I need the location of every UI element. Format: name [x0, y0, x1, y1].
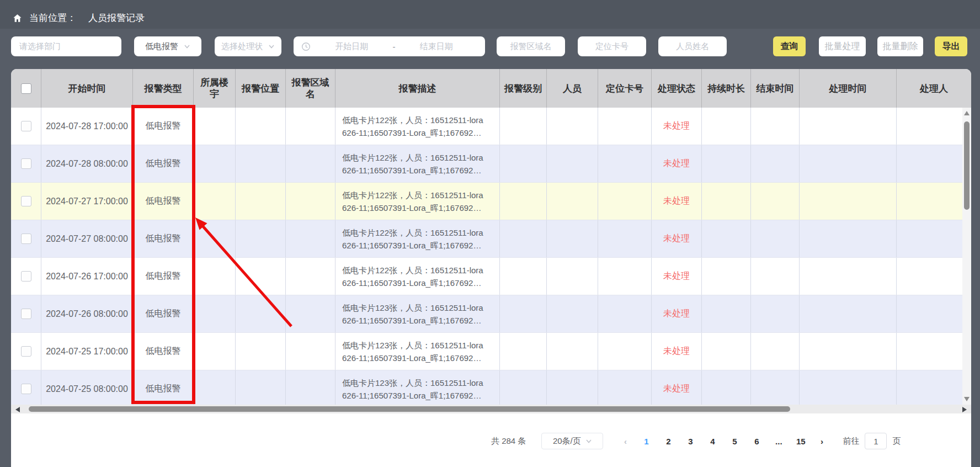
batch-process-button[interactable]: 批量处理: [819, 36, 866, 56]
header-description: 报警描述: [335, 69, 500, 108]
scroll-right-arrow-icon[interactable]: [962, 407, 967, 412]
table-row[interactable]: 2024-07-26 08:00:00 低电报警 低电卡片123张，人员：165…: [11, 295, 962, 333]
horizontal-scrollbar[interactable]: [11, 405, 971, 413]
scroll-left-arrow-icon[interactable]: [15, 407, 20, 412]
cell-process-time: [800, 258, 897, 295]
row-checkbox[interactable]: [21, 346, 31, 357]
alarm-area-input[interactable]: 报警区域名: [497, 36, 565, 56]
home-icon[interactable]: [12, 13, 23, 23]
scroll-down-arrow-icon[interactable]: [964, 397, 970, 401]
cell-description: 低电卡片123张，人员：16512511-lora 626-11;1650739…: [335, 370, 500, 407]
desc-line-2: 626-11;16507391-Lora_晖1;167692…: [342, 201, 481, 214]
cell-level: [500, 333, 547, 370]
table-panel: 开始时间 报警类型 所属楼宇 报警位置 报警区域名 报警描述 报警级别 人员 定…: [11, 69, 971, 467]
cell-process-time: [800, 295, 897, 332]
page-number-6[interactable]: 6: [745, 437, 768, 446]
header-processor: 处理人: [897, 69, 971, 108]
page-number-2[interactable]: 2: [657, 437, 679, 446]
cell-building: [194, 370, 236, 407]
scroll-up-arrow-icon[interactable]: [964, 111, 970, 115]
table-row[interactable]: 2024-07-26 17:00:00 低电报警 低电卡片122张，人员：165…: [11, 258, 962, 295]
cell-area-name: [286, 145, 335, 182]
desc-line-2: 626-11;16507391-Lora_晖1;167692…: [342, 239, 481, 252]
horizontal-scrollbar-thumb[interactable]: [29, 406, 790, 412]
table-row[interactable]: 2024-07-25 08:00:00 低电报警 低电卡片123张，人员：165…: [11, 370, 962, 408]
prev-page-button[interactable]: ‹: [615, 437, 635, 446]
header-area-name: 报警区域名: [286, 69, 335, 108]
cell-person: [547, 258, 598, 295]
cell-card: [598, 108, 652, 145]
goto-prefix: 前往: [843, 436, 859, 447]
table-row[interactable]: 2024-07-25 17:00:00 低电报警 低电卡片123张，人员：165…: [11, 333, 962, 370]
cell-start-time: 2024-07-27 08:00:00: [41, 220, 133, 257]
page-ellipsis[interactable]: ...: [768, 437, 790, 446]
cell-duration: [702, 333, 751, 370]
page-number-3[interactable]: 3: [679, 437, 701, 446]
page-size-value: 20条/页: [553, 436, 581, 447]
cell-area-name: [286, 183, 335, 220]
page-number-15[interactable]: 15: [790, 437, 812, 446]
desc-line-1: 低电卡片122张，人员：16512511-lora: [342, 189, 483, 201]
cell-level: [500, 183, 547, 220]
batch-delete-button[interactable]: 批量删除: [877, 36, 923, 56]
process-status-select[interactable]: 选择处理状: [215, 36, 281, 56]
vertical-scrollbar[interactable]: [962, 108, 971, 405]
header-location: 报警位置: [236, 69, 286, 108]
desc-line-1: 低电卡片123张，人员：16512511-lora: [342, 339, 483, 352]
select-all-checkbox[interactable]: [21, 83, 31, 94]
cell-processor: [897, 258, 962, 295]
row-checkbox[interactable]: [21, 309, 31, 319]
cell-status: 未处理: [652, 183, 702, 220]
row-checkbox[interactable]: [21, 158, 31, 169]
department-select[interactable]: 请选择部门: [11, 36, 121, 56]
cell-status: 未处理: [652, 333, 702, 370]
page-size-select[interactable]: 20条/页: [541, 433, 603, 449]
cell-location: [236, 220, 286, 257]
cell-alarm-type: 低电报警: [133, 145, 194, 182]
cell-area-name: [286, 370, 335, 407]
end-date-input[interactable]: 结束日期: [396, 41, 478, 52]
vertical-scrollbar-thumb[interactable]: [964, 121, 970, 210]
cell-status: 未处理: [652, 145, 702, 182]
goto-page-input[interactable]: [865, 433, 887, 449]
person-name-placeholder: 人员姓名: [676, 41, 709, 52]
table-row[interactable]: 2024-07-27 17:00:00 低电报警 低电卡片122张，人员：165…: [11, 183, 962, 220]
row-checkbox[interactable]: [21, 121, 31, 131]
desc-line-2: 626-11;16507391-Lora_晖1;167692…: [342, 164, 481, 177]
cell-checkbox: [11, 333, 41, 370]
cell-person: [547, 183, 598, 220]
page-number-1[interactable]: 1: [635, 437, 657, 446]
cell-card: [598, 295, 652, 332]
chevron-down-icon: [585, 438, 592, 444]
cell-level: [500, 108, 547, 145]
cell-building: [194, 295, 236, 332]
row-checkbox[interactable]: [21, 196, 31, 206]
header-process-time: 处理时间: [800, 69, 897, 108]
date-range-picker[interactable]: 开始日期 - 结束日期: [294, 36, 485, 56]
cell-checkbox: [11, 220, 41, 257]
cell-alarm-type: 低电报警: [133, 108, 194, 145]
header-alarm-type: 报警类型: [133, 69, 194, 108]
table-row[interactable]: 2024-07-28 17:00:00 低电报警 低电卡片122张，人员：165…: [11, 108, 962, 145]
page-number-4[interactable]: 4: [701, 437, 723, 446]
person-name-input[interactable]: 人员姓名: [658, 36, 727, 56]
cell-card: [598, 220, 652, 257]
cell-checkbox: [11, 108, 41, 145]
alarm-type-select[interactable]: 低电报警: [134, 36, 201, 56]
query-button[interactable]: 查询: [773, 36, 806, 56]
table-row[interactable]: 2024-07-28 08:00:00 低电报警 低电卡片122张，人员：165…: [11, 145, 962, 183]
pagination-bar: 共 284 条 20条/页 ‹ 123456...15 › 前往 页: [491, 429, 901, 453]
row-checkbox[interactable]: [21, 384, 31, 394]
cell-duration: [702, 370, 751, 407]
table-row[interactable]: 2024-07-27 08:00:00 低电报警 低电卡片122张，人员：165…: [11, 220, 962, 258]
start-date-input[interactable]: 开始日期: [311, 41, 393, 52]
row-checkbox[interactable]: [21, 233, 31, 244]
cell-location: [236, 183, 286, 220]
page-number-5[interactable]: 5: [723, 437, 745, 446]
cell-process-time: [800, 145, 897, 182]
desc-line-2: 626-11;16507391-Lora_晖1;167692…: [342, 277, 481, 289]
row-checkbox[interactable]: [21, 271, 31, 282]
next-page-button[interactable]: ›: [812, 437, 832, 446]
locator-card-input[interactable]: 定位卡号: [578, 36, 646, 56]
export-button[interactable]: 导出: [935, 36, 967, 56]
